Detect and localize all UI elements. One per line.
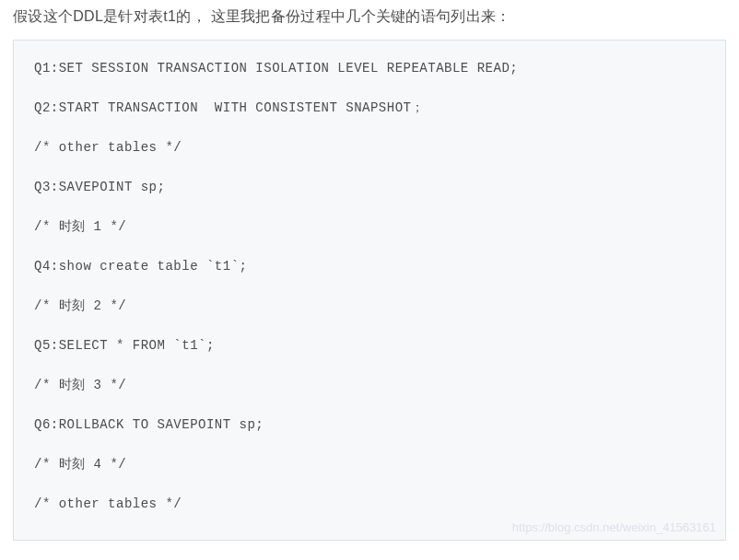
code-line: /* 时刻 3 */: [34, 376, 705, 395]
code-line: Q5:SELECT * FROM `t1`;: [34, 336, 705, 356]
code-line: /* 时刻 2 */: [34, 297, 705, 316]
code-line: Q4:show create table `t1`;: [34, 257, 705, 276]
code-line: /* other tables */: [34, 138, 705, 158]
code-line: /* other tables */: [34, 495, 705, 514]
intro-paragraph: 假设这个DDL是针对表t1的， 这里我把备份过程中几个关键的语句列出来：: [0, 0, 739, 40]
code-block: Q1:SET SESSION TRANSACTION ISOLATION LEV…: [13, 40, 726, 541]
code-line: Q2:START TRANSACTION WITH CONSISTENT SNA…: [34, 99, 705, 118]
code-line: /* 时刻 4 */: [34, 455, 705, 474]
code-line: Q6:ROLLBACK TO SAVEPOINT sp;: [34, 415, 705, 435]
code-line: Q3:SAVEPOINT sp;: [34, 178, 705, 197]
code-line: Q1:SET SESSION TRANSACTION ISOLATION LEV…: [34, 59, 705, 78]
watermark-text: https://blog.csdn.net/weixin_41563161: [512, 519, 716, 537]
code-line: /* 时刻 1 */: [34, 217, 705, 237]
